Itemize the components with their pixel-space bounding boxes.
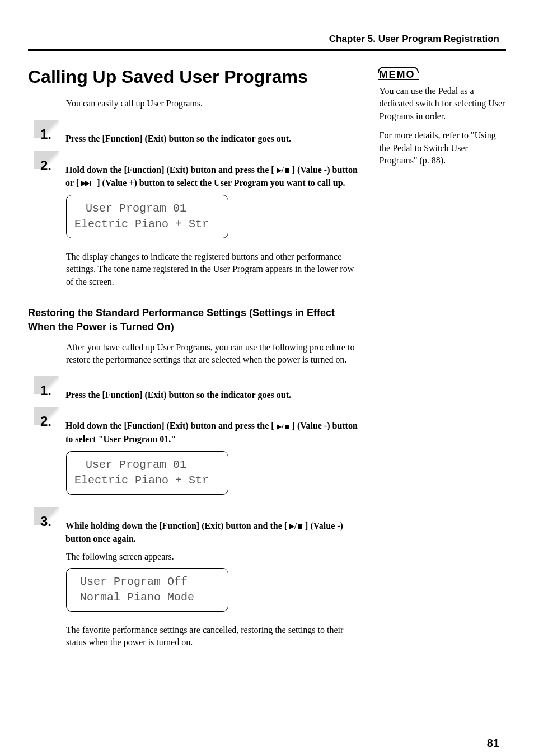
play-stop-icon: / bbox=[277, 167, 290, 174]
restore-step-2: 2. Hold down the [Function] (Exit) butto… bbox=[34, 407, 359, 445]
step-number-badge: 1. bbox=[34, 376, 59, 394]
step-text: Hold down the [Function] (Exit) button a… bbox=[65, 407, 359, 445]
step-number-badge: 2. bbox=[34, 407, 59, 425]
body-paragraph: The following screen appears. bbox=[66, 551, 359, 563]
play-stop-icon: / bbox=[277, 424, 290, 430]
subheading: Restoring the Standard Performance Setti… bbox=[28, 306, 359, 334]
step-text: Press the [Function] (Exit) button so th… bbox=[65, 120, 359, 145]
lcd-line-2: Electric Piano + Str bbox=[74, 473, 220, 489]
step-number-badge: 3. bbox=[34, 507, 59, 525]
fast-forward-icon bbox=[81, 180, 95, 187]
lcd-line-1: User Program 01 bbox=[74, 201, 220, 217]
header-rule bbox=[28, 49, 506, 51]
memo-text: You can use the Pedal as a dedicated swi… bbox=[380, 85, 506, 123]
body-paragraph: The favorite performance settings are ca… bbox=[66, 624, 359, 649]
body-paragraph: The display changes to indicate the regi… bbox=[66, 251, 359, 288]
lcd-line-2: Normal Piano Mode bbox=[74, 590, 220, 605]
callup-step-2: 2. Hold down the [Function] (Exit) butto… bbox=[34, 151, 359, 189]
lcd-line-2: Electric Piano + Str bbox=[74, 217, 220, 232]
memo-text: For more details, refer to "Using the Pe… bbox=[380, 129, 506, 167]
intro-text: You can easily call up User Programs. bbox=[66, 97, 359, 110]
step-number-badge: 1. bbox=[34, 120, 59, 138]
main-column: Calling Up Saved User Programs You can e… bbox=[28, 67, 369, 705]
lcd-display: User Program 01 Electric Piano + Str bbox=[66, 195, 228, 238]
step-text: Hold down the [Function] (Exit) button a… bbox=[65, 151, 359, 189]
restore-step-1: 1. Press the [Function] (Exit) button so… bbox=[34, 376, 359, 401]
chapter-header: Chapter 5. User Program Registration bbox=[28, 34, 506, 45]
step-number-badge: 2. bbox=[34, 151, 59, 169]
lcd-display: User Program Off Normal Piano Mode bbox=[66, 568, 228, 612]
body-paragraph: After you have called up User Programs, … bbox=[66, 341, 359, 367]
restore-step-3: 3. While holding down the [Function] (Ex… bbox=[34, 507, 359, 545]
page-number: 81 bbox=[487, 737, 499, 750]
lcd-line-1: User Program 01 bbox=[74, 457, 220, 473]
play-stop-icon: / bbox=[289, 523, 303, 530]
memo-icon: MEMO bbox=[380, 69, 415, 81]
lcd-display: User Program 01 Electric Piano + Str bbox=[66, 451, 228, 495]
step-text: While holding down the [Function] (Exit)… bbox=[65, 507, 359, 545]
callup-step-1: 1. Press the [Function] (Exit) button so… bbox=[34, 120, 359, 145]
step-text: Press the [Function] (Exit) button so th… bbox=[65, 376, 359, 401]
lcd-line-1: User Program Off bbox=[74, 574, 220, 590]
page-title: Calling Up Saved User Programs bbox=[28, 67, 359, 87]
sidebar: MEMO You can use the Pedal as a dedicate… bbox=[369, 67, 506, 705]
